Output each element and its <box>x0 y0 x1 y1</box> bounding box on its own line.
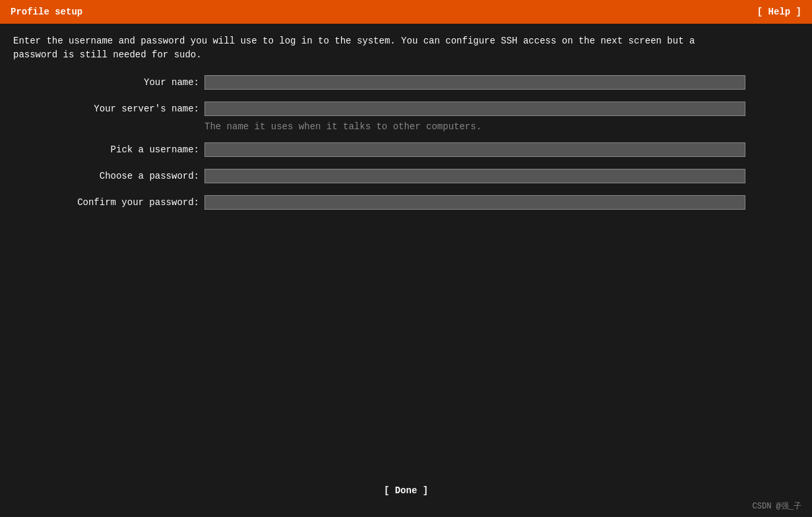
profile-form: Your name: Your server's name: The name … <box>13 75 799 210</box>
password-input[interactable] <box>204 169 745 183</box>
server-name-block: Your server's name: The name it uses whe… <box>13 102 799 137</box>
server-name-hint-row: The name it uses when it talks to other … <box>13 121 799 132</box>
confirm-password-row: Confirm your password: <box>13 195 799 210</box>
description-line2: password is still needed for sudo. <box>13 49 202 60</box>
header-bar: Profile setup [ Help ] <box>0 0 812 24</box>
your-name-input[interactable] <box>204 75 745 90</box>
page-title: Profile setup <box>11 7 82 17</box>
server-name-hint: The name it uses when it talks to other … <box>204 121 482 132</box>
your-name-row: Your name: <box>13 75 799 90</box>
bottom-bar: [ Done ] <box>0 484 812 497</box>
username-row: Pick a username: <box>13 142 799 157</box>
main-content: Enter the username and password you will… <box>0 24 812 220</box>
confirm-password-input[interactable] <box>204 195 745 210</box>
confirm-password-label: Confirm your password: <box>13 197 204 208</box>
server-name-row: Your server's name: <box>13 102 799 116</box>
description-line1: Enter the username and password you will… <box>13 36 695 46</box>
your-name-label: Your name: <box>13 77 204 88</box>
server-name-label: Your server's name: <box>13 104 204 114</box>
done-button[interactable]: [ Done ] <box>376 484 436 497</box>
username-input[interactable] <box>204 142 745 157</box>
help-button[interactable]: [ Help ] <box>757 7 801 17</box>
description-text: Enter the username and password you will… <box>13 34 799 62</box>
watermark: CSDN @强_子 <box>753 501 801 512</box>
password-row: Choose a password: <box>13 169 799 183</box>
password-label: Choose a password: <box>13 171 204 181</box>
username-label: Pick a username: <box>13 144 204 155</box>
server-name-input[interactable] <box>204 102 745 116</box>
